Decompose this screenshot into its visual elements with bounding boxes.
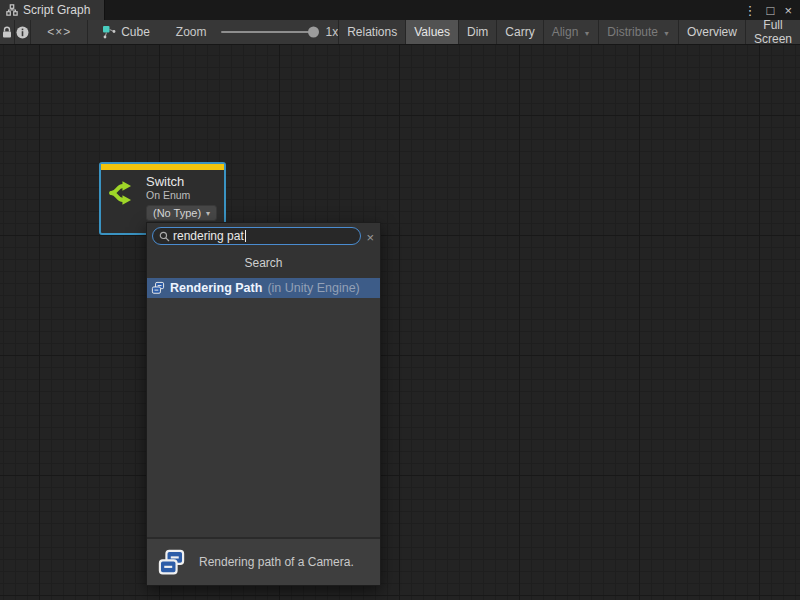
graph-name: Cube (121, 25, 150, 39)
tab-script-graph[interactable]: Script Graph (0, 0, 105, 20)
result-description: Rendering path of a Camera. (199, 555, 354, 569)
zoom-slider-handle[interactable] (308, 27, 319, 38)
inspector-button[interactable] (15, 20, 32, 44)
search-section-header: Search (152, 245, 375, 278)
code-icon: <×> (47, 25, 71, 39)
graph-canvas[interactable]: Switch On Enum (No Type) ▾ rendering p (0, 45, 800, 600)
zoom-value: 1x (326, 25, 339, 39)
script-graph-icon (6, 4, 18, 16)
align-label: Align (552, 25, 579, 39)
close-icon[interactable]: × (784, 4, 792, 17)
distribute-button[interactable]: Distribute ▼ (599, 20, 679, 44)
maximize-icon[interactable]: □ (767, 4, 775, 17)
search-query: rendering pat (173, 229, 244, 243)
relations-button[interactable]: Relations (338, 20, 406, 44)
search-results-list: Rendering Path (in Unity Engine) (147, 278, 380, 537)
script-graph-window: Script Graph ⋮ □ × <×> (0, 0, 800, 600)
graph-breadcrumb[interactable]: Cube (94, 20, 158, 44)
search-input[interactable]: rendering pat (152, 227, 361, 245)
switch-branch-icon (108, 178, 138, 208)
fullscreen-button[interactable]: Full Screen (746, 20, 800, 44)
search-section: rendering pat × Search (147, 223, 380, 278)
node-subtitle: On Enum (146, 189, 217, 202)
result-name: Rendering Path (170, 281, 262, 295)
chevron-down-icon: ▼ (583, 30, 590, 37)
info-icon (16, 26, 29, 39)
chevron-down-icon: ▼ (663, 30, 670, 37)
toolbar-right-group: Relations Values Dim Carry Align ▼ Distr… (338, 20, 800, 44)
fuzzy-finder-popup: rendering pat × Search Rendering Path (i… (146, 222, 381, 586)
lock-icon (1, 26, 13, 39)
chevron-down-icon: ▾ (206, 209, 210, 218)
graph-network-icon (102, 25, 116, 39)
clear-search-icon[interactable]: × (366, 231, 374, 244)
values-button[interactable]: Values (406, 20, 459, 44)
node-text: Switch On Enum (No Type) ▾ (146, 174, 217, 221)
enum-icon (151, 281, 165, 295)
node-title: Switch (146, 174, 217, 189)
enum-icon-large (157, 548, 186, 577)
align-button[interactable]: Align ▼ (544, 20, 600, 44)
carry-button[interactable]: Carry (497, 20, 543, 44)
window-controls: ⋮ □ × (744, 0, 800, 20)
text-caret (245, 230, 246, 242)
search-result-row[interactable]: Rendering Path (in Unity Engine) (147, 278, 380, 298)
type-dropdown-label: (No Type) (153, 207, 201, 219)
lock-button[interactable] (0, 20, 15, 44)
type-dropdown[interactable]: (No Type) ▾ (146, 205, 217, 221)
zoom-control: Zoom 1x (176, 20, 338, 44)
tab-bar: Script Graph ⋮ □ × (0, 0, 800, 20)
result-context: (in Unity Engine) (267, 281, 359, 295)
search-footer: Rendering path of a Camera. (147, 537, 380, 585)
tab-title: Script Graph (23, 3, 90, 17)
node-body: Switch On Enum (No Type) ▾ (101, 170, 224, 221)
overview-button[interactable]: Overview (679, 20, 746, 44)
code-preview-button[interactable]: <×> (31, 20, 87, 44)
graph-toolbar: <×> Cube Zoom 1x Relations Values Dim Ca… (0, 20, 800, 45)
zoom-slider[interactable] (221, 31, 317, 33)
zoom-label: Zoom (176, 25, 207, 39)
menu-icon[interactable]: ⋮ (744, 4, 757, 17)
dim-button[interactable]: Dim (459, 20, 497, 44)
search-icon (159, 231, 170, 242)
distribute-label: Distribute (607, 25, 658, 39)
